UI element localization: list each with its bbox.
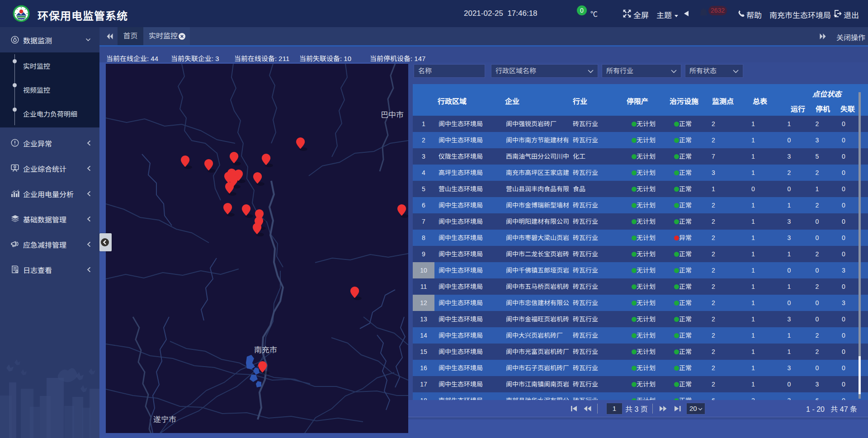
svg-text:巴中市: 巴中市 — [381, 111, 404, 119]
svg-text:遂宁市: 遂宁市 — [153, 415, 176, 424]
svg-text:南充市: 南充市 — [254, 346, 277, 354]
